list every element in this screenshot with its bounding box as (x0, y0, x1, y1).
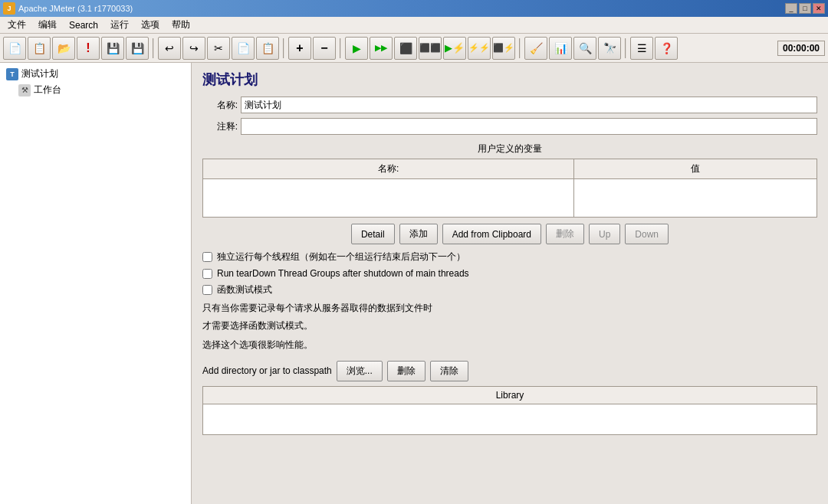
browse-button[interactable]: 浏览... (337, 361, 383, 381)
separator-4 (519, 38, 521, 58)
info-icon: 🔭 (603, 42, 616, 54)
save-as-button[interactable]: 💾 (126, 37, 149, 60)
main-area: T 测试计划 ⚒ 工作台 测试计划 名称: 注释: 用户定义的变量 (0, 63, 828, 504)
open-template-button[interactable]: 📋 (28, 37, 51, 60)
testplan-icon: T (6, 68, 18, 80)
remote-start-icon: ▶⚡ (445, 42, 465, 54)
save-as-icon: 💾 (131, 42, 144, 54)
separator-1 (153, 38, 154, 58)
menu-edit[interactable]: 编辑 (32, 17, 63, 33)
new-button[interactable] (3, 37, 26, 60)
separator-2 (283, 38, 284, 58)
detail-button[interactable]: Detail (351, 224, 395, 244)
menu-help[interactable]: 帮助 (166, 17, 196, 33)
add-from-clipboard-button[interactable]: Add from Clipboard (442, 224, 541, 244)
classpath-row: Add directory or jar to classpath 浏览... … (202, 361, 817, 381)
menu-file[interactable]: 文件 (2, 17, 32, 33)
run-button[interactable]: ▶ (345, 37, 368, 60)
vars-section: 用户定义的变量 名称: 值 (202, 142, 817, 218)
open-button[interactable] (52, 37, 75, 60)
delete-button[interactable]: 删除 (546, 224, 584, 244)
revert-icon: ! (86, 41, 90, 55)
toolbar: 📋 ! 💾 ↩ ↪ 📄 📋 + − ▶ ▶▶ ⬛ ⬛⬛ ▶⚡ ⚡⚡ ⬛⚡ 🧹 📊… (0, 34, 828, 63)
clear-all-button[interactable]: 📊 (549, 37, 572, 60)
save-icon (107, 42, 120, 54)
undo-button[interactable]: ↩ (158, 37, 181, 60)
menu-search[interactable]: Search (63, 18, 104, 32)
tree-item-workbench[interactable]: ⚒ 工作台 (3, 82, 188, 98)
open-template-icon: 📋 (33, 42, 46, 54)
collapse-button[interactable]: − (313, 37, 336, 60)
help-icon: ❓ (660, 42, 673, 54)
vars-empty-row (203, 179, 817, 218)
list-button[interactable]: ☰ (630, 37, 653, 60)
help-button[interactable]: ❓ (655, 37, 678, 60)
clear-button[interactable]: 🧹 (524, 37, 547, 60)
checkbox-row-2: Run tearDown Thread Groups after shutdow… (202, 268, 817, 279)
down-button[interactable]: Down (625, 224, 669, 244)
checkbox-teardown-label: Run tearDown Thread Groups after shutdow… (217, 268, 469, 279)
stop-button[interactable]: ⬛ (394, 37, 417, 60)
new-icon (8, 42, 21, 54)
run-all-button[interactable]: ▶▶ (370, 37, 393, 60)
vars-table: 名称: 值 (202, 159, 817, 218)
menu-run[interactable]: 运行 (104, 17, 135, 33)
classpath-delete-button[interactable]: 删除 (387, 361, 426, 381)
remote-stop-button[interactable]: ⬛⚡ (492, 37, 515, 60)
remote-start-button[interactable]: ▶⚡ (443, 37, 466, 60)
remote-stop-icon: ⬛⚡ (493, 43, 514, 53)
testplan-label: 测试计划 (21, 67, 58, 80)
up-button[interactable]: Up (589, 224, 620, 244)
cut-icon (214, 42, 223, 54)
cut-button[interactable] (207, 37, 230, 60)
library-empty-row (203, 404, 817, 434)
minimize-button[interactable]: _ (785, 3, 797, 14)
close-button[interactable]: ✕ (813, 3, 825, 14)
classpath-clear-button[interactable]: 清除 (430, 361, 468, 381)
paste-button[interactable]: 📋 (256, 37, 279, 60)
open-icon (58, 42, 71, 54)
revert-button[interactable]: ! (77, 37, 100, 60)
run-icon: ▶ (353, 42, 361, 54)
remote-start-all-button[interactable]: ⚡⚡ (468, 37, 491, 60)
app-icon: J (3, 2, 15, 15)
workbench-icon: ⚒ (18, 84, 31, 97)
description-1: 只有当你需要记录每个请求从服务器取得的数据到文件时 (202, 301, 817, 316)
remote-start-all-icon: ⚡⚡ (468, 43, 490, 53)
sidebar: T 测试计划 ⚒ 工作台 (0, 63, 192, 504)
copy-icon: 📄 (237, 42, 250, 54)
save-button[interactable] (101, 37, 124, 60)
comment-row: 注释: (202, 118, 817, 135)
run-all-icon: ▶▶ (375, 43, 387, 53)
library-empty-cell (203, 404, 817, 434)
checkbox-row-1: 独立运行每个线程组（例如在一个组运行结束后启动下一个） (202, 250, 817, 263)
checkbox-independent[interactable] (202, 252, 212, 262)
menu-options[interactable]: 选项 (135, 17, 166, 33)
checkbox-functional-label: 函数测试模式 (217, 283, 272, 296)
info-button[interactable]: 🔭 (598, 37, 621, 60)
clear-icon: 🧹 (530, 42, 543, 54)
name-input[interactable] (241, 97, 817, 113)
undo-icon: ↩ (165, 42, 174, 54)
redo-icon: ↪ (189, 42, 199, 54)
list-icon: ☰ (637, 42, 647, 54)
search-icon: 🔍 (579, 42, 592, 54)
checkbox-functional[interactable] (202, 285, 212, 295)
title-bar-controls: _ □ ✕ (785, 3, 825, 14)
expand-button[interactable]: + (288, 37, 311, 60)
stop-all-button[interactable]: ⬛⬛ (419, 37, 442, 60)
clear-all-icon: 📊 (554, 42, 567, 54)
copy-button[interactable]: 📄 (232, 37, 255, 60)
tree-item-testplan[interactable]: T 测试计划 (3, 66, 188, 82)
comment-label: 注释: (202, 120, 238, 133)
comment-input[interactable] (241, 118, 817, 135)
add-button[interactable]: 添加 (399, 224, 438, 244)
vars-title: 用户定义的变量 (202, 142, 817, 155)
vars-col-value: 值 (574, 159, 817, 179)
maximize-button[interactable]: □ (799, 3, 811, 14)
redo-button[interactable]: ↪ (182, 37, 205, 60)
checkbox-row-3: 函数测试模式 (202, 283, 817, 296)
title-bar: J Apache JMeter (3.1 r1770033) _ □ ✕ (0, 0, 828, 17)
search-button[interactable]: 🔍 (573, 37, 596, 60)
checkbox-teardown[interactable] (202, 269, 212, 279)
